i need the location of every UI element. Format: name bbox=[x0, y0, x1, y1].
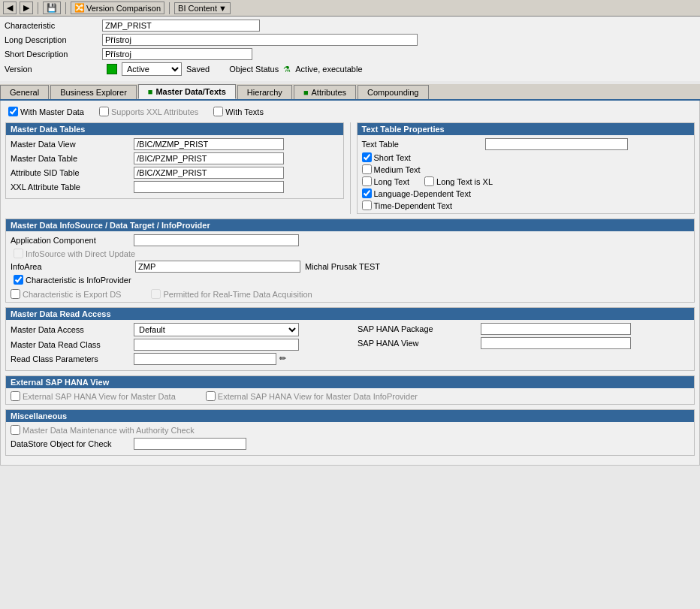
language-dep-checkbox[interactable] bbox=[362, 188, 372, 198]
sep2 bbox=[65, 2, 66, 14]
tab-attributes[interactable]: ■ Attributes bbox=[294, 85, 356, 99]
sap-hana-view-label: SAP HANA View bbox=[358, 339, 478, 348]
miscellaneous-section: Miscellaneous Master Data Maintenance wi… bbox=[5, 409, 695, 456]
edit-icon[interactable] bbox=[279, 354, 290, 364]
save-button[interactable]: 💾 bbox=[43, 2, 61, 14]
medium-text-checkbox[interactable] bbox=[362, 164, 372, 174]
infosource-header: Master Data InfoSource / Data Target / I… bbox=[6, 219, 694, 231]
tab-hierarchy[interactable]: Hierarchy bbox=[237, 85, 292, 99]
with-texts-label: With Texts bbox=[225, 107, 264, 116]
short-text-checkbox[interactable] bbox=[362, 152, 372, 162]
left-column: Master Data Tables Master Data View Mast… bbox=[5, 122, 351, 214]
sap-hana-view-row: SAP HANA View bbox=[358, 337, 689, 349]
version-comparison-icon: 🔀 bbox=[74, 3, 85, 13]
time-dep-checkbox[interactable] bbox=[362, 200, 372, 210]
version-row: Version Active Modified Delivered Saved … bbox=[5, 62, 695, 76]
short-desc-input[interactable] bbox=[102, 48, 252, 60]
char-is-infoprovider-label: Characteristic is InfoProvider bbox=[26, 276, 131, 285]
read-class-params-label: Read Class Parameters bbox=[11, 354, 131, 363]
permitted-realtime-checkbox[interactable] bbox=[151, 289, 161, 299]
object-status-label: Object Status bbox=[229, 65, 279, 74]
supports-xxl-checkbox[interactable] bbox=[99, 107, 109, 116]
master-data-access-section: Master Data Read Access Master Data Acce… bbox=[5, 307, 695, 371]
master-data-tables-body: Master Data View Master Data Table Attri… bbox=[6, 135, 343, 198]
char-is-export-checkbox[interactable] bbox=[11, 289, 20, 299]
object-status-value: Active, executable bbox=[295, 65, 362, 74]
infoarea-row: InfoArea Michal Prusak TEST bbox=[11, 261, 689, 273]
master-data-view-input[interactable] bbox=[134, 138, 284, 150]
read-class-params-row: Read Class Parameters bbox=[11, 353, 342, 365]
long-text-checkbox[interactable] bbox=[362, 176, 372, 186]
master-data-table-input[interactable] bbox=[134, 152, 284, 164]
app-component-input[interactable] bbox=[134, 234, 299, 246]
read-class-params-input[interactable] bbox=[134, 353, 276, 365]
access-select[interactable]: Default Custom bbox=[134, 323, 299, 336]
infosource-section: Master Data InfoSource / Data Target / I… bbox=[5, 219, 695, 303]
infoarea-label: InfoArea bbox=[11, 262, 131, 271]
with-master-data-checkbox-item: With Master Data bbox=[8, 107, 84, 116]
tab-business-explorer[interactable]: Business Explorer bbox=[50, 85, 137, 99]
char-is-infoprovider-checkbox[interactable] bbox=[14, 275, 23, 285]
tab-master-data-icon: ■ bbox=[148, 87, 153, 96]
read-class-input[interactable] bbox=[134, 339, 299, 351]
with-texts-checkbox[interactable] bbox=[213, 107, 223, 116]
sap-hana-pkg-input[interactable] bbox=[481, 323, 631, 335]
medium-text-label: Medium Text bbox=[374, 165, 421, 174]
master-data-table-label: Master Data Table bbox=[11, 154, 131, 163]
sap-hana-view-input[interactable] bbox=[481, 337, 631, 349]
attribute-sid-input[interactable] bbox=[134, 167, 284, 179]
for-master-data-checkbox[interactable] bbox=[11, 391, 20, 401]
version-select[interactable]: Active Modified Delivered bbox=[122, 62, 182, 76]
app-component-row: Application Component bbox=[11, 234, 689, 246]
long-text-row: Long Text Long Text is XL bbox=[362, 176, 690, 186]
infoarea-input[interactable] bbox=[135, 261, 300, 273]
text-table-row: Text Table bbox=[362, 138, 690, 150]
tab-master-data-texts[interactable]: ■ Master Data/Texts bbox=[138, 84, 236, 99]
tab-general[interactable]: General bbox=[0, 85, 49, 99]
tab-attributes-icon: ■ bbox=[303, 88, 309, 97]
version-comparison-button[interactable]: 🔀 Version Comparison bbox=[71, 2, 164, 14]
maintenance-auth-row: Master Data Maintenance with Authority C… bbox=[11, 425, 689, 435]
bi-content-button[interactable]: BI Content ▼ bbox=[174, 2, 231, 14]
read-class-label: Master Data Read Class bbox=[11, 340, 131, 349]
master-data-table-row: Master Data Table bbox=[11, 152, 339, 164]
access-two-col: Master Data Access Default Custom Master… bbox=[11, 323, 689, 367]
for-infoprovider-checkbox[interactable] bbox=[206, 391, 216, 401]
language-dep-row: Language-Dependent Text bbox=[362, 188, 690, 198]
master-data-tables-section: Master Data Tables Master Data View Mast… bbox=[5, 122, 344, 199]
text-table-label: Text Table bbox=[362, 140, 482, 149]
attribute-sid-label: Attribute SID Table bbox=[11, 168, 131, 177]
for-master-data-label: External SAP HANA View for Master Data bbox=[23, 392, 176, 401]
long-desc-input[interactable] bbox=[102, 34, 418, 46]
permitted-realtime-item: Permitted for Real-Time Data Acquisition bbox=[151, 289, 312, 299]
external-hana-body: External SAP HANA View for Master Data E… bbox=[6, 388, 694, 404]
sap-hana-pkg-label: SAP HANA Package bbox=[358, 324, 478, 333]
tab-compounding[interactable]: Compounding bbox=[358, 85, 429, 99]
long-text-label: Long Text bbox=[374, 177, 410, 186]
infosource-direct-checkbox[interactable] bbox=[14, 249, 23, 258]
miscellaneous-header: Miscellaneous bbox=[6, 410, 694, 422]
app-component-label: Application Component bbox=[11, 236, 131, 245]
with-master-data-checkbox[interactable] bbox=[8, 107, 18, 116]
xxl-attribute-input[interactable] bbox=[134, 181, 284, 193]
short-desc-label: Short Description bbox=[5, 50, 102, 59]
access-row: Master Data Access Default Custom bbox=[11, 323, 342, 336]
text-table-input[interactable] bbox=[485, 138, 628, 150]
header-section: Characteristic Long Description Short De… bbox=[0, 17, 700, 81]
two-col-layout: Master Data Tables Master Data View Mast… bbox=[5, 122, 695, 214]
with-master-data-label: With Master Data bbox=[20, 107, 84, 116]
datastore-label: DataStore Object for Check bbox=[11, 439, 131, 448]
miscellaneous-body: Master Data Maintenance with Authority C… bbox=[6, 422, 694, 455]
toolbar-icon-2[interactable]: ▶ bbox=[20, 2, 33, 14]
version-label: Version bbox=[5, 65, 102, 74]
master-data-access-header: Master Data Read Access bbox=[6, 308, 694, 320]
datastore-input[interactable] bbox=[134, 438, 246, 450]
sep3 bbox=[169, 2, 170, 14]
maintenance-auth-checkbox[interactable] bbox=[11, 425, 20, 435]
characteristic-input[interactable] bbox=[102, 20, 260, 32]
toolbar-icon-1[interactable]: ◀ bbox=[3, 2, 17, 14]
short-desc-row: Short Description bbox=[5, 48, 695, 60]
save-icon: 💾 bbox=[47, 3, 57, 13]
long-text-xl-checkbox[interactable] bbox=[424, 176, 434, 186]
access-left: Master Data Access Default Custom Master… bbox=[11, 323, 342, 367]
